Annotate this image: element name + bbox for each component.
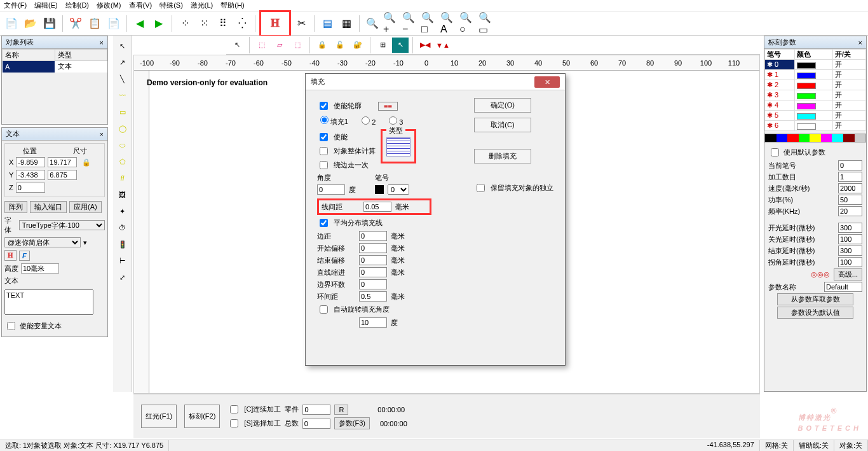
array-tab[interactable]: 阵列 — [4, 201, 27, 213]
text-content-input[interactable]: TEXT — [4, 289, 93, 315]
menu-laser[interactable]: 激光(L) — [191, 1, 213, 10]
fill2-radio[interactable] — [362, 116, 370, 125]
count-input[interactable] — [838, 172, 862, 182]
new-icon[interactable]: 📄 — [3, 15, 20, 32]
pen-row[interactable]: ✱ 6开 — [765, 121, 866, 131]
menu-file[interactable]: 文件(F) — [4, 1, 27, 10]
traffic-icon[interactable]: 🚦 — [115, 237, 130, 252]
unlock-icon[interactable]: 🔓 — [332, 38, 348, 53]
dropdown-icon[interactable]: ▾ — [83, 239, 87, 247]
end-delay-input[interactable] — [838, 246, 862, 256]
pos-y-input[interactable] — [16, 170, 45, 180]
params-button[interactable]: 参数(F3) — [334, 417, 370, 429]
load-lib-button[interactable]: 从参数库取参数 — [777, 293, 853, 305]
save-default-button[interactable]: 参数设为默认值 — [777, 307, 853, 319]
undo-icon[interactable]: ◀ — [131, 15, 149, 32]
param-name-input[interactable] — [824, 282, 862, 292]
enable-checkbox[interactable] — [320, 133, 328, 141]
pen-row[interactable]: ✱ 1开 — [765, 70, 866, 80]
circle-icon[interactable]: ◯ — [115, 121, 130, 136]
keep-indep-checkbox[interactable] — [477, 184, 485, 192]
lock-icon[interactable]: 🔒 — [82, 158, 91, 167]
size-h-input[interactable] — [48, 170, 77, 180]
cur-pen-input[interactable] — [838, 160, 862, 170]
fill-type-icon[interactable] — [386, 137, 410, 156]
enable-outline-checkbox[interactable] — [320, 102, 328, 110]
angle-input[interactable] — [317, 184, 345, 195]
menu-modify[interactable]: 修改(M) — [97, 1, 121, 10]
loop-input[interactable] — [359, 279, 387, 289]
ruler-icon[interactable]: ⊢ — [115, 253, 130, 268]
use-default-checkbox[interactable] — [771, 148, 779, 156]
lock-all-icon[interactable]: 🔐 — [349, 38, 366, 53]
cut-icon[interactable]: ✂️ — [67, 15, 85, 32]
copy-icon[interactable]: 📋 — [86, 15, 104, 32]
list-icon[interactable]: ▤ — [318, 15, 336, 32]
zoom-in-icon[interactable]: 🔍+ — [383, 15, 400, 32]
auto-rotate-checkbox[interactable] — [320, 305, 328, 314]
delete-fill-button[interactable]: 删除填充 — [474, 149, 531, 163]
line-icon[interactable]: ╲ — [115, 71, 130, 87]
avg-fill-checkbox[interactable] — [320, 219, 328, 227]
loop-dist-input[interactable] — [359, 291, 387, 302]
parts-input[interactable] — [302, 405, 330, 415]
lock-icon[interactable]: 🔒 — [314, 38, 330, 53]
zoom-sel-icon[interactable]: 🔍○ — [459, 15, 477, 32]
extend-icon[interactable]: ⤢ — [115, 270, 130, 285]
save-icon[interactable]: 💾 — [41, 15, 58, 32]
object-table[interactable]: 名称类型 A文本 — [2, 49, 107, 73]
total-input[interactable] — [302, 419, 330, 429]
pen-row[interactable]: ✱ 5开 — [765, 111, 866, 121]
auto-rotate-input[interactable] — [359, 317, 387, 328]
polygon-icon[interactable]: ⬠ — [115, 154, 130, 169]
fill1-radio[interactable] — [320, 116, 329, 124]
color-palette[interactable] — [764, 134, 866, 142]
ellipse-icon[interactable]: ⬭ — [115, 137, 130, 153]
table-row[interactable]: A — [3, 61, 55, 73]
sel1-icon[interactable]: ⬚ — [254, 38, 270, 53]
pos-x-input[interactable] — [16, 157, 45, 167]
text-icon[interactable]: fI — [115, 170, 130, 186]
line-dist-input[interactable] — [363, 202, 391, 212]
pen-row[interactable]: ✱ 4开 — [765, 101, 866, 111]
close-icon[interactable]: × — [858, 39, 862, 46]
zoom-icon[interactable]: 🔍 — [363, 15, 381, 32]
sel3-icon[interactable]: ⬚ — [289, 38, 306, 53]
vector-icon[interactable]: ✦ — [115, 204, 130, 219]
advanced-button[interactable]: 高级... — [834, 268, 862, 281]
image-icon[interactable]: 🖼 — [115, 187, 130, 202]
close-icon[interactable]: × — [100, 130, 104, 138]
font-f-icon[interactable]: F — [19, 251, 30, 261]
apply-button[interactable]: 应用(A) — [69, 201, 102, 213]
menu-edit[interactable]: 编辑(E) — [34, 1, 58, 10]
zoom-ext-icon[interactable]: 🔍▭ — [478, 15, 496, 32]
hatch-small-icon[interactable]: 𝐇 — [4, 250, 17, 261]
pen-row[interactable]: ✱ 3开 — [765, 90, 866, 101]
curve-icon[interactable]: 〰 — [115, 88, 130, 103]
cancel-button[interactable]: 取消(C) — [474, 118, 531, 132]
off-delay-input[interactable] — [838, 234, 862, 244]
speed-input[interactable] — [838, 183, 862, 193]
dots1-icon[interactable]: ⁘ — [176, 15, 194, 32]
pos-z-input[interactable] — [16, 183, 45, 193]
select-mark-checkbox[interactable] — [230, 419, 238, 427]
hatch-icon[interactable]: 𝐇 — [259, 10, 291, 37]
timer-icon[interactable]: ⏱ — [115, 220, 130, 235]
whole-obj-checkbox[interactable] — [320, 147, 328, 155]
cursor-icon[interactable]: ↖ — [229, 38, 245, 53]
close-icon[interactable]: × — [100, 39, 104, 46]
menu-special[interactable]: 特殊(S) — [159, 1, 183, 10]
edge-once-checkbox[interactable] — [320, 161, 328, 169]
pen-row[interactable]: ✱ 2开 — [765, 80, 866, 90]
corner-delay-input[interactable] — [838, 257, 862, 267]
height-input[interactable] — [21, 263, 59, 274]
dots2-icon[interactable]: ⁙ — [195, 15, 213, 32]
freq-input[interactable] — [838, 206, 862, 216]
sel2-icon[interactable]: ▱ — [271, 38, 288, 53]
menu-draw[interactable]: 绘制(D) — [65, 1, 89, 10]
redo-icon[interactable]: ▶ — [150, 15, 168, 32]
rings-icon[interactable]: ◎◎◎ — [811, 270, 830, 279]
continuous-checkbox[interactable] — [230, 405, 238, 413]
mirror-v-icon[interactable]: ▼▲ — [435, 38, 451, 53]
pen-table[interactable]: 笔号颜色开/关 ✱ 0开✱ 1开✱ 2开✱ 3开✱ 4开✱ 5开✱ 6开 — [764, 49, 866, 131]
